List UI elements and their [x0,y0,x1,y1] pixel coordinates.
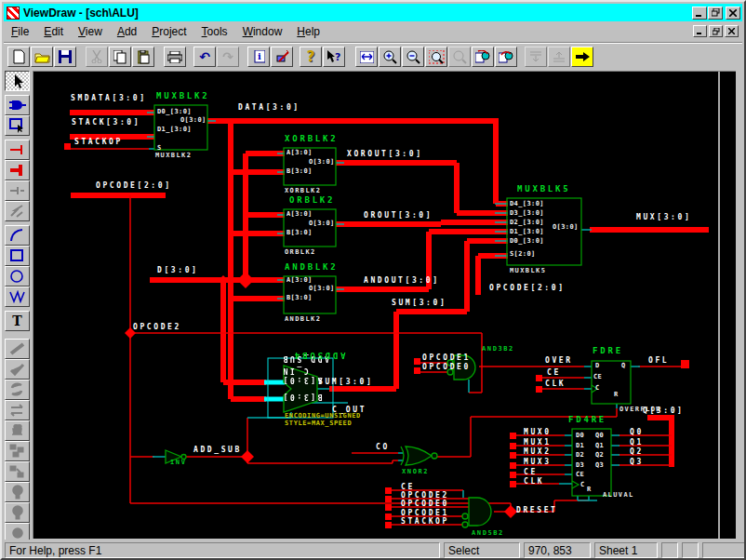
schematic-label: D1 [576,443,584,449]
undo-button[interactable]: ↶ [193,47,216,67]
level-up-button[interactable] [548,47,570,67]
copy-button[interactable] [109,47,131,67]
close-button[interactable] [726,7,740,20]
schematic-label: D4_[3:0] [510,201,544,207]
pop-sheet-button[interactable] [571,47,593,67]
schematic-label: XORBLK2 [285,188,321,194]
net-tool[interactable] [5,140,30,160]
new-button[interactable] [7,47,30,67]
schematic-label: OPCODE[2:0] [96,182,172,190]
schematic-label: ALUVAL [603,492,634,499]
text-tool[interactable]: T [5,311,30,331]
fd4re-clock-pin [572,481,579,488]
menu-project[interactable]: Project [144,23,193,40]
schematic-canvas[interactable]: SMDATA[3:0]STACK[3:0]STACKOPDATA[3:0]OPC… [33,71,736,539]
app-icon[interactable] [7,7,20,20]
schematic-label: STYLE=MAX_SPEED [285,420,352,427]
mirror-tool[interactable] [5,400,30,420]
schematic-label: CLK [545,380,566,388]
schematic-label: ENCODING=UNSIGNED [285,413,361,420]
auto-route-tool[interactable] [5,201,30,221]
menu-view[interactable]: View [71,23,110,40]
schematic-label: R [614,392,619,398]
lamp-tool[interactable] [5,482,30,502]
svg-text:i: i [258,51,261,61]
probe-button[interactable] [271,47,293,67]
schematic-label: CE [576,472,584,478]
array-2-tool[interactable] [5,461,30,482]
schematic-label: O[3:0] [309,220,335,227]
context-help-button[interactable]: ? [323,47,345,67]
title-bar[interactable]: ViewDraw - [sch\ALU] [4,4,742,21]
schematic-label: D2 [576,452,584,459]
save-button[interactable] [54,47,76,67]
redo-button[interactable]: ↷ [217,47,239,67]
schematic-label: MUX0 [524,429,552,436]
menu-tools[interactable]: Tools [194,23,235,40]
array-tool[interactable] [5,441,30,461]
zoom-selection-button[interactable] [448,47,471,67]
zoom-fit-button[interactable] [355,47,378,67]
print-button[interactable] [164,47,186,67]
schematic-label: FD4RE [568,416,606,424]
schematic-label: Q3 [595,462,604,469]
menu-window[interactable]: Window [235,23,290,40]
schematic-label: OPCODE2 [133,324,181,331]
menu-file[interactable]: File [4,23,36,40]
lamp-2-tool[interactable] [5,502,30,523]
dangling-net-tool[interactable] [5,180,30,201]
schematic-label: STACKOP [401,518,449,526]
schematic-label: XOROUT[3:0] [347,151,423,158]
window-title: ViewDraw - [sch\ALU] [23,7,691,20]
schematic-label: Q [621,363,626,369]
zoom-in-button[interactable] [379,47,401,67]
schematic-label: MUXBLK2 [155,153,192,159]
schematic-label: CE [524,469,538,476]
minimize-button[interactable] [692,7,707,20]
schematic-label: C [595,385,600,392]
schematic-label: ORBLK2 [289,196,335,205]
schematic-label: MUX1 [524,439,552,447]
polyline-tool[interactable] [5,287,30,307]
zoom-area-button[interactable] [425,47,447,67]
properties-button[interactable]: i [247,47,270,67]
mdi-controls [691,25,739,37]
schematic-label: O[3:0] [553,224,579,231]
menu-help[interactable]: Help [289,23,327,40]
push-schematic-button[interactable] [472,47,494,67]
line-tool[interactable] [5,339,30,359]
mdi-minimize-button[interactable] [693,25,707,37]
rotate-tool[interactable] [5,380,30,400]
restore-button[interactable] [708,7,723,20]
schematic-label: ADDSUB4 [292,351,346,359]
component-tool[interactable] [5,95,30,115]
schematic-label: R [587,487,592,493]
check-tool[interactable] [5,359,30,380]
arc-tool[interactable] [5,225,30,246]
mdi-restore-button[interactable] [709,25,723,37]
open-button[interactable] [31,47,53,67]
zoom-out-button[interactable] [402,47,424,67]
schematic-label: Q0 [630,429,644,436]
menu-edit[interactable]: Edit [36,23,71,40]
level-down-button[interactable] [525,47,547,67]
schematic-label: AND3B2 [482,346,514,353]
schematic-label: Q2 [595,452,604,459]
pop-schematic-button[interactable] [495,47,517,67]
help-button[interactable]: ? [300,47,322,67]
net-terminals [64,143,689,528]
mdi-close-button[interactable] [725,25,739,37]
cut-button[interactable] [86,47,108,67]
select-tool[interactable] [5,71,30,91]
schematic-label: D1_[3:0] [157,127,192,133]
block-select-tool[interactable] [5,115,30,136]
schematic-label: B[3:0] [286,168,313,175]
circle-tool[interactable] [5,266,30,287]
bus-tool[interactable] [5,160,30,180]
schematic-label: S [157,145,162,152]
paste-button[interactable] [132,47,154,67]
lamp-3-tool[interactable] [5,523,30,540]
stamp-tool[interactable] [5,420,30,441]
box-tool[interactable] [5,246,30,266]
menu-add[interactable]: Add [110,23,144,40]
